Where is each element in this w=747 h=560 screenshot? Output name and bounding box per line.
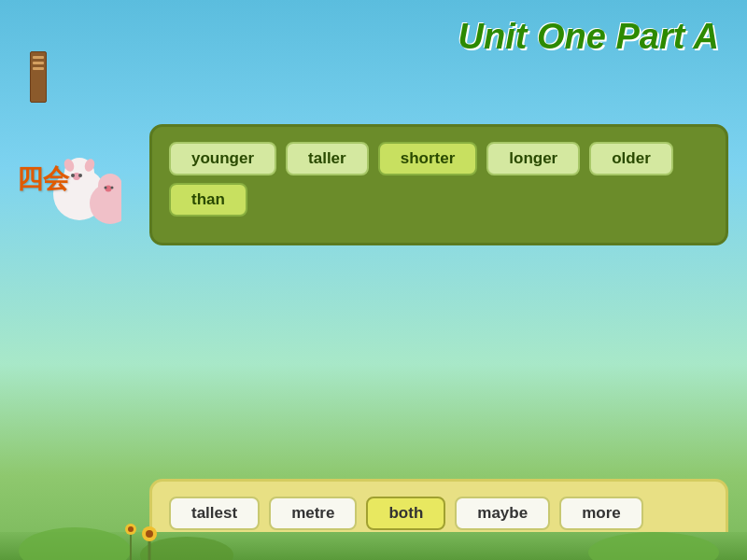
svg-point-41	[140, 537, 233, 560]
svg-point-4	[78, 174, 82, 177]
word-than[interactable]: than	[169, 183, 247, 217]
word-row-1a: younger taller shorter longer older	[169, 142, 709, 175]
word-row-1b: than	[169, 183, 709, 217]
svg-point-3	[71, 174, 75, 177]
page-title: Unit One Part A	[0, 0, 747, 66]
svg-point-42	[588, 532, 719, 560]
ground-plants	[0, 485, 747, 560]
svg-point-11	[111, 187, 114, 189]
svg-point-40	[19, 527, 131, 560]
word-shorter[interactable]: shorter	[378, 142, 478, 175]
word-younger[interactable]: younger	[169, 142, 276, 175]
svg-point-48	[128, 526, 134, 532]
section-box-1: younger taller shorter longer older than	[149, 124, 728, 245]
section-label-1: 四会	[17, 161, 69, 197]
svg-point-10	[105, 187, 107, 189]
word-taller[interactable]: taller	[286, 142, 369, 175]
word-older[interactable]: older	[589, 142, 673, 175]
book-icon	[30, 51, 47, 103]
word-longer[interactable]: longer	[486, 142, 580, 175]
svg-point-45	[146, 530, 153, 538]
